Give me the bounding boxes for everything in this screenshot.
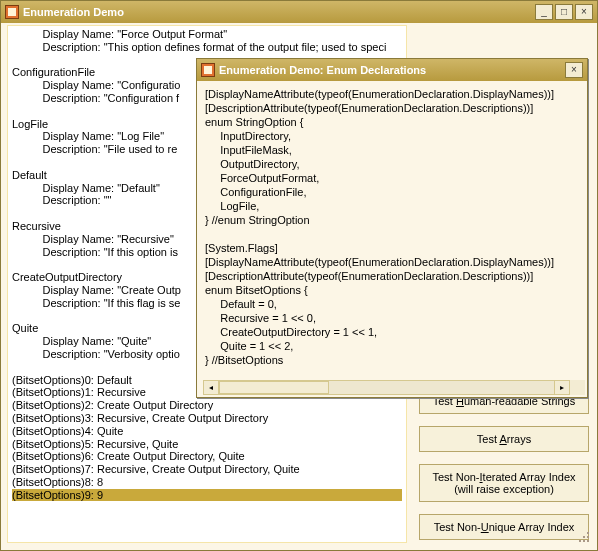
minimize-button[interactable]: _ [535,4,553,20]
main-window-title: Enumeration Demo [23,6,535,18]
child-window-title: Enumeration Demo: Enum Declarations [219,64,565,76]
app-icon [201,63,215,77]
child-close-button[interactable]: × [565,62,583,78]
scroll-right-button[interactable]: ▸ [554,381,569,394]
horizontal-scrollbar[interactable]: ◂ ▸ [203,380,570,395]
maximize-button[interactable]: □ [555,4,573,20]
scroll-thumb[interactable] [219,381,329,394]
code-text-area[interactable]: [DisplayNameAttribute(typeof(Enumeration… [203,85,585,395]
test-non-iterated-button[interactable]: Test Non-Iterated Array Index(will raise… [419,464,589,502]
scrollbar-corner [570,380,585,395]
test-arrays-button[interactable]: Test Arrays [419,426,589,452]
code-text: [DisplayNameAttribute(typeof(Enumeration… [203,85,585,369]
output-selected-line: (BitsetOptions)9: 9 [12,489,402,502]
app-icon [5,5,19,19]
resize-grip[interactable] [575,528,589,542]
test-non-unique-button[interactable]: Test Non-Unique Array Index [419,514,589,540]
scroll-left-button[interactable]: ◂ [204,381,219,394]
close-button[interactable]: × [575,4,593,20]
main-titlebar[interactable]: Enumeration Demo _ □ × [1,1,597,23]
child-titlebar[interactable]: Enumeration Demo: Enum Declarations × [197,59,587,81]
